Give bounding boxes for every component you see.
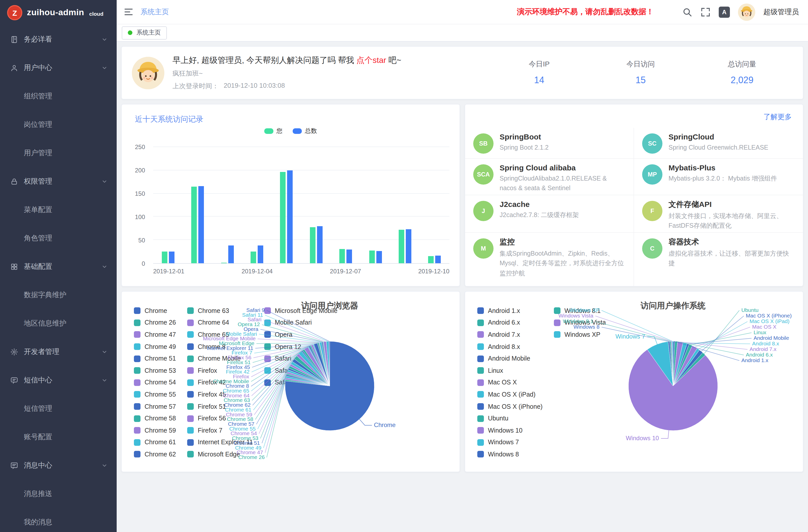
sidebar-subitem[interactable]: 菜单配置 — [0, 196, 117, 224]
legend-item[interactable]: Chrome 53 — [134, 365, 176, 377]
legend-item[interactable]: 总数 — [293, 127, 317, 135]
bar[interactable] — [198, 186, 204, 263]
sidebar-item[interactable]: 务必详看 — [0, 25, 117, 54]
legend-item[interactable]: Chrome 26 — [134, 317, 176, 329]
fullscreen-icon[interactable] — [700, 7, 711, 17]
legend-item[interactable]: Chrome 55 — [134, 388, 176, 400]
legend-item[interactable]: Windows 8.1 — [554, 305, 606, 317]
pie-slice[interactable] — [673, 341, 678, 386]
legend-item[interactable]: Android 1.x — [477, 305, 543, 317]
legend-item[interactable]: Chrome 58 — [134, 412, 176, 424]
legend-item[interactable]: Chrome 61 — [134, 436, 176, 448]
pie-slice[interactable] — [673, 353, 705, 386]
pie-slice[interactable] — [673, 348, 699, 386]
sidebar-subitem[interactable]: 数据字典维护 — [0, 281, 117, 309]
pie-slice[interactable] — [628, 349, 718, 430]
legend-item[interactable]: 您 — [264, 127, 282, 135]
legend-item[interactable]: Internet Explorer 11 — [187, 436, 253, 448]
pie-slice[interactable] — [668, 342, 673, 386]
font-size-icon[interactable]: A — [719, 6, 730, 18]
legend-item[interactable]: Chrome 64 — [187, 317, 253, 329]
sidebar-subitem[interactable]: 用户管理 — [0, 139, 117, 167]
sidebar-subitem[interactable]: 消息推送 — [0, 480, 117, 508]
legend-item[interactable]: Chrome 63 — [187, 305, 253, 317]
legend-item[interactable]: Windows XP — [554, 329, 606, 341]
stat-value[interactable]: 2,029 — [691, 75, 793, 86]
legend-item[interactable]: Chrome 62 — [134, 448, 176, 460]
legend-item[interactable]: Safari — [264, 353, 337, 365]
legend-item[interactable]: Chrome 59 — [134, 424, 176, 436]
pie-slice[interactable] — [673, 346, 697, 386]
legend-item[interactable]: Opera 12 — [264, 341, 337, 353]
logo[interactable]: Z zuihou-admin cloud — [0, 0, 117, 25]
bar[interactable] — [346, 249, 352, 263]
bar[interactable] — [221, 263, 226, 263]
legend-item[interactable]: Firefox — [187, 365, 253, 377]
legend-item[interactable]: Mobile Safari — [264, 317, 337, 329]
bar[interactable] — [162, 252, 167, 263]
search-icon[interactable] — [682, 7, 692, 17]
legend-item[interactable]: Firefox 7 — [187, 424, 253, 436]
legend-item[interactable]: Chrome — [134, 305, 176, 317]
legend-item[interactable]: Android 8.x — [477, 341, 543, 353]
sidebar-item[interactable]: 短信中心 — [0, 366, 117, 395]
sidebar-subitem[interactable]: 组织管理 — [0, 82, 117, 111]
bar[interactable] — [228, 245, 234, 263]
breadcrumb[interactable]: 系统主页 — [141, 7, 169, 17]
legend-item[interactable]: Android Mobile — [477, 353, 543, 365]
pie-slice[interactable] — [670, 341, 673, 386]
legend-item[interactable]: Chrome 65 — [187, 329, 253, 341]
sidebar-item[interactable]: 用户中心 — [0, 54, 117, 82]
legend-item[interactable]: Chrome 51 — [134, 353, 176, 365]
legend-item[interactable]: Ubuntu — [477, 412, 543, 424]
sidebar-subitem[interactable]: 地区信息维护 — [0, 309, 117, 338]
bar[interactable] — [317, 226, 322, 263]
tab-home[interactable]: 系统主页 — [122, 26, 167, 39]
username[interactable]: 超级管理员 — [764, 7, 799, 17]
legend-item[interactable]: Firefox 45 — [187, 388, 253, 400]
bar[interactable] — [258, 245, 263, 263]
legend-item[interactable]: Mac OS X (iPhone) — [477, 401, 543, 412]
legend-item[interactable]: Microsoft Edge — [187, 448, 253, 460]
bar[interactable] — [339, 249, 345, 263]
legend-item[interactable]: Windows 8 — [477, 448, 543, 460]
legend-item[interactable]: Opera — [264, 329, 337, 341]
bar[interactable] — [406, 229, 411, 263]
legend-item[interactable]: Linux — [477, 365, 543, 377]
pie-slice[interactable] — [673, 350, 703, 386]
legend-item[interactable]: Chrome 54 — [134, 377, 176, 388]
bar[interactable] — [251, 252, 256, 263]
sidebar-subitem[interactable]: 我的消息 — [0, 508, 117, 532]
legend-item[interactable]: Chrome 47 — [134, 329, 176, 341]
pie-slice[interactable] — [671, 341, 673, 386]
sidebar-subitem[interactable]: 短信管理 — [0, 395, 117, 423]
legend-item[interactable]: Chrome 8 — [187, 341, 253, 353]
sidebar-subitem[interactable]: 角色管理 — [0, 224, 117, 253]
legend-item[interactable]: Safari 9 — [264, 377, 337, 388]
menu-collapse-icon[interactable] — [124, 7, 133, 17]
legend-item[interactable]: Mac OS X — [477, 377, 543, 388]
legend-item[interactable]: Firefox 42 — [187, 377, 253, 388]
avatar[interactable] — [738, 3, 755, 20]
stat-value[interactable]: 15 — [590, 75, 691, 86]
bar[interactable] — [428, 256, 434, 263]
bar[interactable] — [191, 187, 197, 263]
legend-item[interactable]: Android 7.x — [477, 329, 543, 341]
bar[interactable] — [399, 230, 404, 263]
bar[interactable] — [310, 227, 315, 263]
pie-slice[interactable] — [673, 342, 683, 386]
bar[interactable] — [169, 252, 174, 263]
legend-item[interactable]: Android 6.x — [477, 317, 543, 329]
star-link[interactable]: 点个star — [356, 56, 386, 64]
bar[interactable] — [369, 251, 374, 263]
learn-more-link[interactable]: 了解更多 — [764, 113, 792, 122]
legend-item[interactable]: Firefox 56 — [187, 412, 253, 424]
legend-item[interactable]: Chrome 57 — [134, 401, 176, 412]
pie-slice[interactable] — [673, 344, 689, 386]
legend-item[interactable]: Firefox 51 — [187, 401, 253, 412]
sidebar-subitem[interactable]: 岗位管理 — [0, 111, 117, 139]
sidebar-item[interactable]: 开发者管理 — [0, 338, 117, 366]
bar[interactable] — [287, 170, 293, 263]
legend-item[interactable]: Microsoft Edge Mobile — [264, 305, 337, 317]
legend-item[interactable]: Windows Vista — [554, 317, 606, 329]
